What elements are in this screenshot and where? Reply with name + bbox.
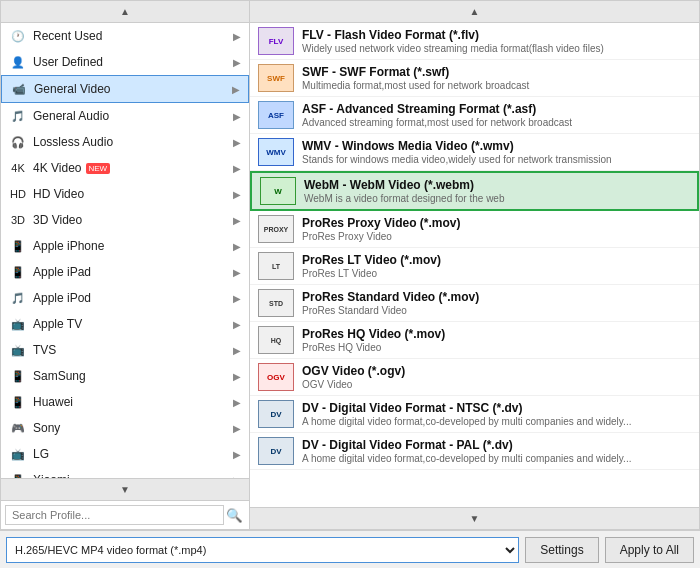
- right-item-text-webm: WebM - WebM Video (*.webm)WebM is a vide…: [304, 178, 504, 204]
- left-item-general-audio[interactable]: 🎵General Audio▶: [1, 103, 249, 129]
- right-item-prores-hq[interactable]: HQProRes HQ Video (*.mov)ProRes HQ Video: [250, 322, 699, 359]
- left-item-general-video[interactable]: 📹General Video▶: [1, 75, 249, 103]
- left-item-label-lossless-audio: Lossless Audio: [33, 135, 113, 149]
- left-item-tvs[interactable]: 📺TVS▶: [1, 337, 249, 363]
- bottom-bar: H.265/HEVC MP4 video format (*.mp4) Sett…: [0, 530, 700, 568]
- right-item-ogv[interactable]: OGVOGV Video (*.ogv)OGV Video: [250, 359, 699, 396]
- left-item-icon-huawei: 📱: [9, 393, 27, 411]
- right-item-asf[interactable]: ASFASF - Advanced Streaming Format (*.as…: [250, 97, 699, 134]
- left-item-arrow-tvs: ▶: [233, 345, 241, 356]
- right-item-title-prores-lt: ProRes LT Video (*.mov): [302, 253, 441, 267]
- apply-to-all-button[interactable]: Apply to All: [605, 537, 694, 563]
- left-item-lg[interactable]: 📺LG▶: [1, 441, 249, 467]
- left-item-sony[interactable]: 🎮Sony▶: [1, 415, 249, 441]
- right-item-icon-prores-hq: HQ: [258, 326, 294, 354]
- right-item-title-dv-pal: DV - Digital Video Format - PAL (*.dv): [302, 438, 631, 452]
- left-item-arrow-apple-iphone: ▶: [233, 241, 241, 252]
- left-item-icon-4k-video: 4K: [9, 159, 27, 177]
- right-item-title-prores-proxy: ProRes Proxy Video (*.mov): [302, 216, 461, 230]
- left-item-icon-apple-iphone: 📱: [9, 237, 27, 255]
- right-item-desc-asf: Advanced streaming format,most used for …: [302, 117, 572, 128]
- left-item-icon-sony: 🎮: [9, 419, 27, 437]
- search-button[interactable]: 🔍: [224, 506, 245, 525]
- left-item-arrow-apple-ipod: ▶: [233, 293, 241, 304]
- new-badge: NEW: [86, 163, 111, 174]
- right-item-title-webm: WebM - WebM Video (*.webm): [304, 178, 504, 192]
- left-item-label-apple-ipod: Apple iPod: [33, 291, 91, 305]
- right-item-wmv[interactable]: WMVWMV - Windows Media Video (*.wmv)Stan…: [250, 134, 699, 171]
- right-item-title-flv: FLV - Flash Video Format (*.flv): [302, 28, 604, 42]
- right-item-icon-asf: ASF: [258, 101, 294, 129]
- left-item-label-user-defined: User Defined: [33, 55, 103, 69]
- right-item-text-prores-lt: ProRes LT Video (*.mov)ProRes LT Video: [302, 253, 441, 279]
- right-item-swf[interactable]: SWFSWF - SWF Format (*.swf)Multimedia fo…: [250, 60, 699, 97]
- left-item-label-apple-tv: Apple TV: [33, 317, 82, 331]
- right-item-icon-dv-ntsc: DV: [258, 400, 294, 428]
- left-item-samsung[interactable]: 📱SamSung▶: [1, 363, 249, 389]
- output-format-select[interactable]: H.265/HEVC MP4 video format (*.mp4): [6, 537, 519, 563]
- left-item-recent-used[interactable]: 🕐Recent Used▶: [1, 23, 249, 49]
- left-item-arrow-3d-video: ▶: [233, 215, 241, 226]
- content-area: ▲ 🕐Recent Used▶👤User Defined▶📹General Vi…: [0, 0, 700, 530]
- search-box: 🔍: [1, 500, 249, 529]
- right-item-text-prores-hq: ProRes HQ Video (*.mov)ProRes HQ Video: [302, 327, 445, 353]
- left-item-arrow-samsung: ▶: [233, 371, 241, 382]
- left-item-icon-tvs: 📺: [9, 341, 27, 359]
- right-item-dv-ntsc[interactable]: DVDV - Digital Video Format - NTSC (*.dv…: [250, 396, 699, 433]
- left-item-arrow-lossless-audio: ▶: [233, 137, 241, 148]
- right-item-text-wmv: WMV - Windows Media Video (*.wmv)Stands …: [302, 139, 612, 165]
- left-item-icon-apple-ipad: 📱: [9, 263, 27, 281]
- left-item-icon-3d-video: 3D: [9, 211, 27, 229]
- search-input[interactable]: [5, 505, 224, 525]
- left-item-arrow-recent-used: ▶: [233, 31, 241, 42]
- right-item-prores-lt[interactable]: LTProRes LT Video (*.mov)ProRes LT Video: [250, 248, 699, 285]
- left-item-label-apple-iphone: Apple iPhone: [33, 239, 104, 253]
- right-item-flv[interactable]: FLVFLV - Flash Video Format (*.flv)Widel…: [250, 23, 699, 60]
- left-item-icon-samsung: 📱: [9, 367, 27, 385]
- right-item-webm[interactable]: WWebM - WebM Video (*.webm)WebM is a vid…: [250, 171, 699, 211]
- left-item-label-general-video: General Video: [34, 82, 111, 96]
- left-item-arrow-general-audio: ▶: [233, 111, 241, 122]
- left-item-arrow-4k-video: ▶: [233, 163, 241, 174]
- left-item-arrow-general-video: ▶: [232, 84, 240, 95]
- right-item-prores-proxy[interactable]: PROXYProRes Proxy Video (*.mov)ProRes Pr…: [250, 211, 699, 248]
- left-item-lossless-audio[interactable]: 🎧Lossless Audio▶: [1, 129, 249, 155]
- left-item-apple-ipod[interactable]: 🎵Apple iPod▶: [1, 285, 249, 311]
- right-item-icon-flv: FLV: [258, 27, 294, 55]
- left-item-apple-tv[interactable]: 📺Apple TV▶: [1, 311, 249, 337]
- left-item-apple-iphone[interactable]: 📱Apple iPhone▶: [1, 233, 249, 259]
- right-item-icon-prores-standard: STD: [258, 289, 294, 317]
- right-item-text-swf: SWF - SWF Format (*.swf)Multimedia forma…: [302, 65, 529, 91]
- right-item-icon-wmv: WMV: [258, 138, 294, 166]
- left-item-user-defined[interactable]: 👤User Defined▶: [1, 49, 249, 75]
- right-item-prores-standard[interactable]: STDProRes Standard Video (*.mov)ProRes S…: [250, 285, 699, 322]
- right-item-text-prores-standard: ProRes Standard Video (*.mov)ProRes Stan…: [302, 290, 479, 316]
- right-item-icon-prores-proxy: PROXY: [258, 215, 294, 243]
- right-item-desc-webm: WebM is a video format designed for the …: [304, 193, 504, 204]
- settings-button[interactable]: Settings: [525, 537, 598, 563]
- left-item-arrow-apple-ipad: ▶: [233, 267, 241, 278]
- left-item-huawei[interactable]: 📱Huawei▶: [1, 389, 249, 415]
- main-container: ▲ 🕐Recent Used▶👤User Defined▶📹General Vi…: [0, 0, 700, 568]
- right-list: FLVFLV - Flash Video Format (*.flv)Widel…: [250, 23, 699, 507]
- right-item-text-ogv: OGV Video (*.ogv)OGV Video: [302, 364, 405, 390]
- right-item-dv-pal[interactable]: DVDV - Digital Video Format - PAL (*.dv)…: [250, 433, 699, 470]
- left-item-arrow-apple-tv: ▶: [233, 319, 241, 330]
- right-scroll-down[interactable]: ▼: [250, 507, 699, 529]
- left-item-label-recent-used: Recent Used: [33, 29, 102, 43]
- left-item-hd-video[interactable]: HDHD Video▶: [1, 181, 249, 207]
- left-item-apple-ipad[interactable]: 📱Apple iPad▶: [1, 259, 249, 285]
- left-scroll-up[interactable]: ▲: [1, 1, 249, 23]
- left-item-xiaomi[interactable]: 📱Xiaomi▶: [1, 467, 249, 478]
- right-item-icon-dv-pal: DV: [258, 437, 294, 465]
- left-scroll-down[interactable]: ▼: [1, 478, 249, 500]
- left-item-3d-video[interactable]: 3D3D Video▶: [1, 207, 249, 233]
- left-item-arrow-sony: ▶: [233, 423, 241, 434]
- left-item-icon-user-defined: 👤: [9, 53, 27, 71]
- left-item-4k-video[interactable]: 4K4K VideoNEW▶: [1, 155, 249, 181]
- right-scroll-up[interactable]: ▲: [250, 1, 699, 23]
- left-item-label-apple-ipad: Apple iPad: [33, 265, 91, 279]
- right-item-desc-dv-pal: A home digital video format,co-developed…: [302, 453, 631, 464]
- right-item-desc-prores-hq: ProRes HQ Video: [302, 342, 445, 353]
- right-item-desc-prores-standard: ProRes Standard Video: [302, 305, 479, 316]
